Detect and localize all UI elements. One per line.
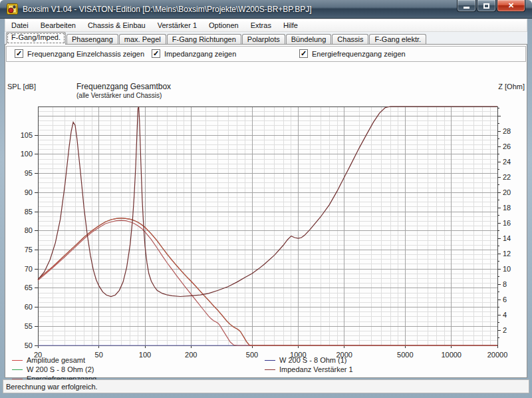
checkbox-checked-icon[interactable]: ✓ [299,49,308,58]
svg-text:90: 90 [25,188,33,196]
svg-text:65: 65 [25,284,33,292]
svg-text:2: 2 [503,326,507,334]
checkbox-checked-icon[interactable]: ✓ [15,49,23,58]
tab-page: ✓ Frequenzgang Einzelchassis zeigen ✓ Im… [5,44,527,378]
tab-fgang-imped[interactable]: F-Gang/Imped. [6,32,66,45]
svg-text:100: 100 [139,351,151,359]
boxsim-app-icon [7,3,18,15]
svg-text:70: 70 [25,265,33,273]
tab-phasengang[interactable]: Phasengang [66,34,118,45]
legend-item-impedanz-verstaerker-1: Impedanz Verstärker 1 [265,365,353,374]
tab-fgang-richtungen[interactable]: F-Gang Richtungen [167,34,241,45]
svg-text:20000: 20000 [487,351,508,359]
legend-right-column: W 200 S - 8 Ohm (1) Impedanz Verstärker … [265,355,353,374]
menu-item-chassis-einbau[interactable]: Chassis & Einbau [82,20,152,31]
status-text: Berechnung war erfolgreich. [6,383,98,391]
maximize-button[interactable] [477,0,496,12]
svg-text:22: 22 [503,173,511,181]
svg-text:85: 85 [25,208,33,216]
window-controls: ✕ [456,0,525,12]
window-title: Boxsim V1.04 - VISATON-Edition [D:\Meins… [23,5,312,14]
app-window: Boxsim V1.04 - VISATON-Edition [D:\Meins… [0,0,532,398]
svg-text:8: 8 [503,280,507,288]
svg-text:80: 80 [25,226,33,234]
close-icon: ✕ [508,1,514,10]
status-bar: Berechnung war erfolgreich. [3,379,529,393]
menu-item-extras[interactable]: Extras [245,20,277,31]
legend-item-w200s-2: W 200 S - 8 Ohm (2) [12,365,96,374]
legend-label: Impedanz Verstärker 1 [279,365,353,373]
svg-text:200: 200 [185,351,197,359]
chart-area: Frequenzgang Gesamtbox (alle Verstärker … [5,62,527,377]
legend-line-swatch [265,369,275,370]
minimize-button[interactable] [457,0,476,12]
legend-line-swatch [265,360,275,361]
checkbox-checked-icon[interactable]: ✓ [152,49,160,58]
svg-text:60: 60 [25,303,33,311]
svg-text:500: 500 [246,351,258,359]
checkbox-label: Energiefrequenzgang zeigen [312,50,406,58]
svg-text:24: 24 [503,158,511,166]
legend-line-swatch [12,360,23,361]
legend-item-w200s-1: W 200 S - 8 Ohm (1) [265,355,353,365]
svg-text:28: 28 [503,127,511,135]
svg-text:50: 50 [25,341,33,349]
tab-fgang-elektr[interactable]: F-Gang elektr. [369,34,426,45]
legend-label: W 200 S - 8 Ohm (1) [279,356,346,364]
tab-strip: F-Gang/Imped. Phasengang max. Pegel F-Ga… [5,32,527,45]
legend-line-swatch [12,369,23,370]
checkbox-label: Frequenzgang Einzelchassis zeigen [27,50,144,58]
menu-item-hilfe[interactable]: Hilfe [277,20,304,31]
tab-polarplots[interactable]: Polarplots [242,34,285,45]
svg-text:16: 16 [503,219,511,227]
checkbox-band: ✓ Frequenzgang Einzelchassis zeigen ✓ Im… [6,46,526,62]
title-bar[interactable]: Boxsim V1.04 - VISATON-Edition [D:\Meins… [0,0,532,19]
svg-text:6: 6 [503,296,507,303]
checkbox-label: Impedanzgang zeigen [164,50,236,58]
checkbox-impedanzgang[interactable]: ✓ Impedanzgang zeigen [152,49,236,58]
menu-item-verstaerker-1[interactable]: Verstärker 1 [152,20,203,31]
svg-text:75: 75 [25,246,33,254]
tab-max-pegel[interactable]: max. Pegel [119,34,166,45]
svg-text:18: 18 [503,204,511,212]
svg-text:4: 4 [503,311,507,319]
menu-item-optionen[interactable]: Optionen [203,20,245,31]
svg-text:105: 105 [21,131,33,139]
svg-text:26: 26 [503,142,511,150]
svg-text:95: 95 [25,169,33,177]
checkbox-frequenzgang-einzelchassis[interactable]: ✓ Frequenzgang Einzelchassis zeigen [15,49,144,58]
minimize-icon [464,7,469,9]
svg-text:12: 12 [503,250,511,258]
legend-label: Amplitude gesamt [27,356,85,364]
menu-bar: Datei Bearbeiten Chassis & Einbau Verstä… [5,19,527,32]
tab-buendelung[interactable]: Bündelung [286,34,332,45]
maximize-icon [483,3,489,9]
chart-plot: 1051009590858075706560555028262422201816… [5,62,527,377]
legend-label: W 200 S - 8 Ohm (2) [27,365,94,373]
checkbox-energiefrequenzgang[interactable]: ✓ Energiefrequenzgang zeigen [299,49,406,58]
svg-text:5000: 5000 [397,351,413,359]
svg-text:14: 14 [503,234,511,242]
close-button[interactable]: ✕ [497,0,525,12]
svg-text:10: 10 [503,265,511,273]
svg-text:100: 100 [21,150,33,158]
svg-text:20: 20 [503,188,511,196]
svg-text:10000: 10000 [441,351,462,359]
tab-chassis[interactable]: Chassis [332,34,368,45]
chart-svg: 1051009590858075706560555028262422201816… [5,62,527,377]
legend-item-amplitude-gesamt: Amplitude gesamt [12,355,96,365]
menu-item-datei[interactable]: Datei [5,20,35,31]
svg-text:55: 55 [25,322,33,330]
menu-item-bearbeiten[interactable]: Bearbeiten [35,20,82,31]
